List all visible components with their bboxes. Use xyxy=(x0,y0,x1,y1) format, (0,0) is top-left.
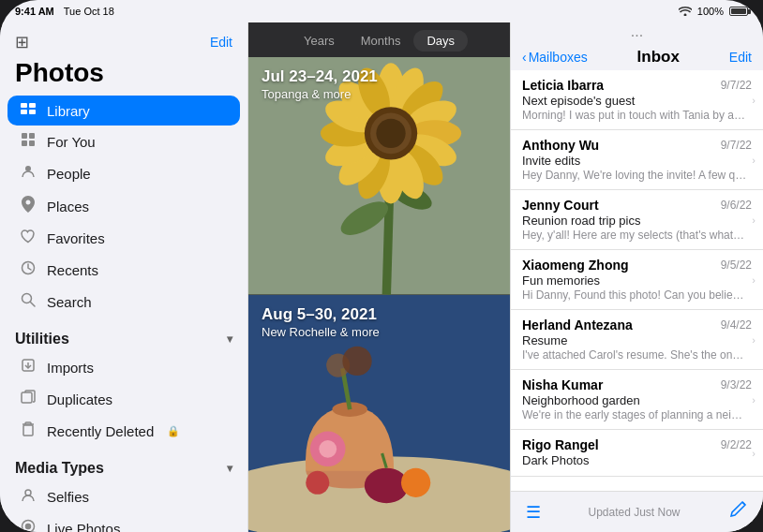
mail-item-chevron-icon: › xyxy=(752,274,756,286)
sidebar-item-selfies[interactable]: Selfies xyxy=(7,480,240,512)
back-chevron-icon: ‹ xyxy=(522,50,527,65)
sidebar-item-search[interactable]: Search xyxy=(7,286,240,318)
sidebar-navigation: Library For You xyxy=(0,96,247,532)
mail-filters-icon[interactable]: ☰ xyxy=(526,502,541,523)
tab-years[interactable]: Years xyxy=(291,30,348,52)
sidebar-item-for-you[interactable]: For You xyxy=(7,126,240,157)
photo-item-1[interactable]: Aug 5–30, 2021 New Rochelle & more xyxy=(248,295,510,533)
duplicates-label: Duplicates xyxy=(47,392,112,407)
selfies-icon xyxy=(19,487,37,506)
svg-point-57 xyxy=(401,467,430,496)
sidebar-item-people[interactable]: People xyxy=(7,157,240,189)
sidebar-header-left: ⊞ xyxy=(15,32,29,52)
mail-back-label: Mailboxes xyxy=(529,50,588,65)
imports-label: Imports xyxy=(47,360,94,376)
mail-item[interactable]: Herland Antezana 9/4/22 Resume I've atta… xyxy=(511,310,763,370)
time-display: 9:41 AM xyxy=(15,6,54,17)
sidebar-toggle-icon[interactable]: ⊞ xyxy=(15,32,29,52)
utilities-chevron-icon[interactable]: ▾ xyxy=(227,332,232,346)
svg-rect-15 xyxy=(23,425,33,436)
mail-item-chevron-icon: › xyxy=(752,95,756,106)
wifi-icon xyxy=(679,6,692,18)
utilities-title: Utilities xyxy=(15,331,69,347)
mail-item[interactable]: Jenny Court 9/6/22 Reunion road trip pic… xyxy=(511,190,763,250)
sidebar-edit-button[interactable]: Edit xyxy=(210,35,232,50)
mail-compose-button[interactable] xyxy=(727,499,748,525)
mail-item-chevron-icon: › xyxy=(752,334,756,346)
for-you-label: For You xyxy=(47,134,96,150)
tab-months[interactable]: Months xyxy=(348,30,414,52)
sidebar-item-imports[interactable]: Imports xyxy=(7,351,240,383)
svg-rect-14 xyxy=(22,392,32,403)
mail-subject: Invite edits xyxy=(522,154,752,168)
mail-footer: ☰ Updated Just Now xyxy=(511,491,763,532)
photo-date-0: Jul 23–24, 2021 xyxy=(262,66,378,87)
trash-icon xyxy=(19,421,37,440)
mail-item[interactable]: Nisha Kumar 9/3/22 Neighborhood garden W… xyxy=(511,370,763,430)
mail-sender: Leticia Ibarra xyxy=(522,78,604,93)
sidebar-item-recents[interactable]: Recents xyxy=(7,254,240,286)
photo-place-0: Topanga & more xyxy=(262,87,378,103)
search-label: Search xyxy=(47,294,92,310)
mail-preview: We're in the early stages of planning a … xyxy=(522,408,747,421)
mail-date: 9/7/22 xyxy=(721,79,752,92)
media-types-chevron-icon[interactable]: ▾ xyxy=(227,462,232,475)
library-icon xyxy=(19,102,37,119)
duplicates-icon xyxy=(19,390,37,408)
mail-subject: Resume xyxy=(522,333,752,347)
recents-icon xyxy=(19,260,37,279)
mail-panel-dots: ··· xyxy=(511,22,763,46)
mail-sender: Rigo Rangel xyxy=(522,437,599,452)
svg-rect-1 xyxy=(29,103,36,108)
places-icon xyxy=(19,196,37,216)
photo-caption-0: Jul 23–24, 2021 Topanga & more xyxy=(262,66,378,103)
mail-edit-button[interactable]: Edit xyxy=(729,50,752,65)
mail-back-button[interactable]: ‹ Mailboxes xyxy=(522,50,588,65)
photo-item-0[interactable]: Jul 23–24, 2021 Topanga & more xyxy=(248,57,510,295)
sidebar: ⊞ Edit Photos Library xyxy=(0,22,248,532)
status-icons: 100% xyxy=(679,6,748,18)
mail-item-chevron-icon: › xyxy=(752,214,756,226)
mail-preview: Hey, y'all! Here are my selects (that's … xyxy=(522,229,747,242)
selfies-label: Selfies xyxy=(47,489,89,505)
mail-item[interactable]: Anthony Wu 9/7/22 Invite edits Hey Danny… xyxy=(511,130,763,190)
mail-panel: ··· ‹ Mailboxes Inbox Edit Leticia Ibarr… xyxy=(510,22,763,532)
sidebar-item-duplicates[interactable]: Duplicates xyxy=(7,383,240,415)
tab-days[interactable]: Days xyxy=(413,30,468,52)
sidebar-item-library[interactable]: Library xyxy=(7,96,240,126)
status-time: 9:41 AM Tue Oct 18 xyxy=(15,6,114,17)
mail-date: 9/4/22 xyxy=(721,318,752,332)
mail-date: 9/2/22 xyxy=(721,438,752,451)
mail-preview: Hey Danny, We're loving the invite! A fe… xyxy=(522,169,747,182)
mail-date: 9/3/22 xyxy=(721,378,752,392)
live-photos-icon xyxy=(19,519,37,532)
imports-icon xyxy=(19,358,37,377)
photo-tabs: Years Months Days xyxy=(248,22,510,57)
people-icon xyxy=(19,164,37,183)
mail-subject: Next episode's guest xyxy=(522,94,752,108)
mail-item[interactable]: Leticia Ibarra 9/7/22 Next episode's gue… xyxy=(511,70,763,130)
photo-place-1: New Rochelle & more xyxy=(262,325,380,341)
svg-rect-3 xyxy=(29,110,36,114)
places-label: Places xyxy=(47,199,89,214)
svg-rect-0 xyxy=(21,103,27,108)
mail-preview: I've attached Carol's resume. She's the … xyxy=(522,348,747,362)
lock-icon: 🔒 xyxy=(167,425,180,437)
mail-item[interactable]: Xiaomeng Zhong 9/5/22 Fun memories Hi Da… xyxy=(511,250,763,310)
sidebar-item-favorites[interactable]: Favorites xyxy=(7,223,240,254)
sidebar-item-recently-deleted[interactable]: Recently Deleted 🔒 xyxy=(7,415,240,447)
favorites-icon xyxy=(19,229,37,247)
mail-sender: Xiaomeng Zhong xyxy=(522,258,629,273)
media-types-title: Media Types xyxy=(15,460,104,477)
library-label: Library xyxy=(47,103,90,119)
mail-date: 9/5/22 xyxy=(721,259,752,272)
sidebar-item-places[interactable]: Places xyxy=(7,189,240,223)
mail-item-chevron-icon: › xyxy=(752,155,756,166)
mail-preview: Morning! I was put in touch with Tania b… xyxy=(522,109,747,122)
mail-item[interactable]: Rigo Rangel 9/2/22 Dark Photos › xyxy=(511,430,763,477)
app-title: Photos xyxy=(0,54,247,96)
svg-point-16 xyxy=(25,490,31,495)
favorites-label: Favorites xyxy=(47,230,105,246)
mail-list: Leticia Ibarra 9/7/22 Next episode's gue… xyxy=(511,70,763,491)
sidebar-item-live-photos[interactable]: Live Photos xyxy=(7,512,240,532)
